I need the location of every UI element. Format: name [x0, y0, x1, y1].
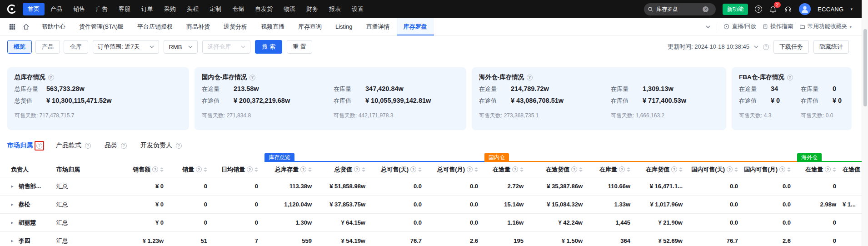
- workspace-tab[interactable]: 货件管理(STA)版: [72, 18, 130, 35]
- main-menu-item[interactable]: 广告: [91, 3, 113, 15]
- sort-icon[interactable]: [787, 167, 791, 172]
- vertical-scrollbar[interactable]: [862, 0, 868, 246]
- sort-icon[interactable]: [520, 167, 524, 172]
- column-help-icon[interactable]: ?: [512, 166, 518, 172]
- dimension-help-icon[interactable]: ?: [121, 143, 127, 149]
- column-help-icon[interactable]: ?: [196, 166, 202, 172]
- workspace-tab[interactable]: 库存罗盘: [397, 18, 434, 35]
- column-help-icon[interactable]: ?: [354, 166, 360, 172]
- table-header-cell[interactable]: 在库货值 ?: [637, 162, 689, 177]
- column-help-icon[interactable]: ?: [247, 166, 253, 172]
- view-toggle-button[interactable]: 概览: [7, 40, 32, 54]
- table-header-cell[interactable]: 市场归属 ?: [56, 162, 106, 177]
- search-input[interactable]: [656, 6, 700, 12]
- main-menu-item[interactable]: 定制: [205, 3, 226, 15]
- table-header-cell[interactable]: 销量 ?: [170, 162, 214, 177]
- notification-bell-icon[interactable]: 2: [769, 5, 777, 13]
- dimension-tab[interactable]: 市场归属 ?: [7, 141, 44, 151]
- account-chevron-down-icon[interactable]: ▾: [850, 7, 853, 11]
- table-header-cell[interactable]: 在途值 ?: [843, 162, 862, 177]
- main-menu-item[interactable]: 首页: [23, 3, 45, 15]
- table-row[interactable]: ▸胡丽慧 汇总 ¥ 0 0 0 1.30w ¥ 64.15w 0.0 0.0 1…: [0, 214, 862, 232]
- hide-stats-button[interactable]: 隐藏统计: [813, 40, 849, 54]
- table-header-cell[interactable]: 日均销量 ?: [214, 162, 264, 177]
- table-header-cell[interactable]: 总库存量 ?: [264, 162, 318, 177]
- expand-row-icon[interactable]: ▸: [11, 183, 14, 189]
- expand-row-icon[interactable]: ▸: [11, 220, 14, 226]
- tabs-collapse-chevron-icon[interactable]: [706, 25, 710, 28]
- apps-grid-icon[interactable]: [5, 24, 19, 30]
- sort-icon[interactable]: [418, 167, 422, 172]
- card-help-icon[interactable]: ?: [249, 75, 255, 80]
- card-help-icon[interactable]: ?: [787, 75, 793, 80]
- table-header-cell[interactable]: 总可售(月) ?: [428, 162, 484, 177]
- expand-row-icon[interactable]: ▸: [11, 201, 14, 207]
- column-help-icon[interactable]: ?: [671, 166, 677, 172]
- warehouse-select[interactable]: 选择仓库: [202, 40, 250, 54]
- column-help-icon[interactable]: ?: [727, 166, 733, 172]
- main-menu-item[interactable]: 物流: [279, 3, 300, 15]
- favorites-link[interactable]: 常用功能收藏夹 ▾: [799, 23, 852, 30]
- eccang-logo-icon[interactable]: [6, 4, 17, 15]
- table-header-cell[interactable]: 国内可售(天) ?: [689, 162, 744, 177]
- column-help-icon[interactable]: ?: [410, 166, 416, 172]
- sort-icon[interactable]: [833, 167, 836, 172]
- table-header-cell[interactable]: 国内可售(月) ?: [744, 162, 797, 177]
- table-header-cell[interactable]: 在途货值 ?: [530, 162, 589, 177]
- live-replay-link[interactable]: 直播/回放: [723, 23, 756, 30]
- sort-icon[interactable]: [734, 167, 738, 172]
- workspace-tab[interactable]: 视频直播: [254, 18, 291, 35]
- main-menu-item[interactable]: 订单: [136, 3, 158, 15]
- table-header-cell[interactable]: 在途量 ?: [484, 162, 530, 177]
- main-menu-item[interactable]: 财务: [301, 3, 323, 15]
- table-row[interactable]: ▸销售部... 汇总 ¥ 0 0 0 113.38w ¥ 51,858.98w …: [0, 177, 862, 196]
- workspace-tab[interactable]: Listing: [329, 18, 359, 35]
- main-menu-item[interactable]: 采购: [159, 3, 181, 15]
- workspace-tab[interactable]: 平台店铺授权: [130, 18, 180, 35]
- card-help-icon[interactable]: ?: [527, 75, 533, 80]
- column-help-icon[interactable]: ?: [467, 166, 473, 172]
- column-help-icon[interactable]: ?: [619, 166, 625, 172]
- sort-icon[interactable]: [474, 167, 478, 172]
- sort-icon[interactable]: [160, 167, 164, 172]
- main-menu-item[interactable]: 报表: [324, 3, 346, 15]
- sort-icon[interactable]: [579, 167, 583, 172]
- workspace-tab[interactable]: 库存查询: [291, 18, 329, 35]
- expand-row-icon[interactable]: ▸: [11, 238, 14, 244]
- sort-icon[interactable]: [254, 167, 258, 172]
- dimension-help-icon[interactable]: ?: [85, 143, 91, 149]
- dimension-help-icon[interactable]: ?: [176, 143, 182, 149]
- operation-guide-link[interactable]: 操作指南: [763, 23, 793, 30]
- sort-icon[interactable]: [627, 167, 630, 172]
- main-menu-item[interactable]: 产品: [45, 3, 67, 15]
- reset-button[interactable]: 重 置: [287, 40, 312, 54]
- table-row[interactable]: ▸蔡松 汇总 ¥ 0 0 0 1,120.04w ¥ 37,853.75w 0.…: [0, 196, 862, 214]
- card-help-icon[interactable]: ?: [48, 75, 54, 80]
- currency-select[interactable]: RMB: [164, 40, 198, 54]
- table-header-cell[interactable]: 负责人 ?: [11, 162, 56, 177]
- main-menu-item[interactable]: 客服: [114, 3, 135, 15]
- column-help-icon[interactable]: ?: [825, 166, 831, 172]
- view-toggle-button[interactable]: 仓库: [64, 40, 88, 54]
- main-menu-item[interactable]: 头程: [182, 3, 204, 15]
- sort-icon[interactable]: [204, 167, 207, 172]
- workspace-tab[interactable]: 退货分析: [217, 18, 254, 35]
- dimension-help-icon[interactable]: ?: [36, 143, 42, 149]
- new-feature-button[interactable]: 新功能: [723, 4, 748, 15]
- view-toggle-button[interactable]: 产品: [35, 40, 60, 54]
- table-header-cell[interactable]: 销售额 ?: [106, 162, 170, 177]
- main-menu-item[interactable]: 设置: [347, 3, 369, 15]
- user-avatar[interactable]: [799, 3, 811, 15]
- download-tasks-button[interactable]: 下载任务: [773, 40, 809, 54]
- table-row[interactable]: ▸李四 汇总 ¥ 1.23w 51 7 559 ¥ 54.19w 76.7 2.…: [0, 232, 862, 246]
- table-header-cell[interactable]: 总可售(天) ?: [372, 162, 428, 177]
- table-header-cell[interactable]: 在库量 ?: [589, 162, 637, 177]
- workspace-tab[interactable]: 帮助中心: [35, 18, 72, 35]
- sort-icon[interactable]: [308, 167, 312, 172]
- dimension-tab[interactable]: 产品款式 ?: [56, 141, 93, 151]
- table-header-cell[interactable]: 在途量 ?: [797, 162, 843, 177]
- help-circle-icon[interactable]: ?: [755, 5, 762, 13]
- customer-service-headset-icon[interactable]: [784, 5, 792, 13]
- dimension-tab[interactable]: 品类 ?: [105, 141, 129, 151]
- column-help-icon[interactable]: ?: [571, 166, 577, 172]
